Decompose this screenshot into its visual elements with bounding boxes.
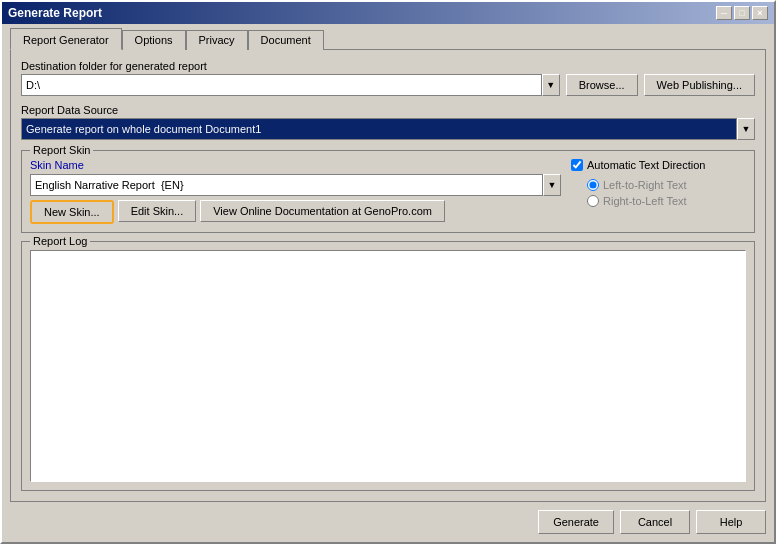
auto-text-direction-label: Automatic Text Direction [587, 159, 705, 171]
bottom-buttons: Generate Cancel Help [10, 502, 766, 534]
title-bar-buttons: ─ □ × [716, 6, 768, 20]
skin-dropdown-arrow[interactable]: ▼ [543, 174, 561, 196]
rtl-label: Right-to-Left Text [603, 195, 687, 207]
tab-document[interactable]: Document [248, 30, 324, 50]
title-bar: Generate Report ─ □ × [2, 2, 774, 24]
skin-name-label: Skin Name [30, 159, 561, 171]
ltr-row: Left-to-Right Text [587, 179, 746, 191]
report-log-area [30, 250, 746, 482]
generate-button[interactable]: Generate [538, 510, 614, 534]
auto-text-direction-row: Automatic Text Direction [571, 159, 746, 171]
help-button[interactable]: Help [696, 510, 766, 534]
tab-options[interactable]: Options [122, 30, 186, 50]
destination-dropdown-wrap: ▼ [21, 74, 560, 96]
destination-group: Destination folder for generated report … [21, 60, 755, 96]
tab-report-generator[interactable]: Report Generator [10, 28, 122, 50]
skin-left: Skin Name ▼ New Skin... Edit Skin... Vie… [30, 159, 561, 224]
main-window: Generate Report ─ □ × Report Generator O… [0, 0, 776, 544]
close-button[interactable]: × [752, 6, 768, 20]
skin-right: Automatic Text Direction Left-to-Right T… [571, 159, 746, 207]
minimize-button[interactable]: ─ [716, 6, 732, 20]
new-skin-button[interactable]: New Skin... [30, 200, 114, 224]
tab-bar: Report Generator Options Privacy Documen… [10, 30, 766, 50]
view-docs-button[interactable]: View Online Documentation at GenoPro.com [200, 200, 445, 222]
data-source-value: Generate report on whole document Docume… [21, 118, 737, 140]
browse-button[interactable]: Browse... [566, 74, 638, 96]
destination-input[interactable] [21, 74, 542, 96]
report-log-group: Report Log [21, 241, 755, 491]
rtl-row: Right-to-Left Text [587, 195, 746, 207]
ltr-radio[interactable] [587, 179, 599, 191]
window-title: Generate Report [8, 6, 102, 20]
destination-row: ▼ Browse... Web Publishing... [21, 74, 755, 96]
ltr-label: Left-to-Right Text [603, 179, 687, 191]
web-publishing-button[interactable]: Web Publishing... [644, 74, 755, 96]
cancel-button[interactable]: Cancel [620, 510, 690, 534]
data-source-dropdown-wrap: Generate report on whole document Docume… [21, 118, 755, 140]
skin-group-title: Report Skin [30, 144, 93, 156]
rtl-radio[interactable] [587, 195, 599, 207]
skin-groupbox: Report Skin Skin Name ▼ New Skin... Edit… [21, 150, 755, 233]
maximize-button[interactable]: □ [734, 6, 750, 20]
destination-label: Destination folder for generated report [21, 60, 755, 72]
tab-privacy[interactable]: Privacy [186, 30, 248, 50]
skin-layout: Skin Name ▼ New Skin... Edit Skin... Vie… [30, 159, 746, 224]
dialog-content: Report Generator Options Privacy Documen… [2, 24, 774, 542]
tab-content: Destination folder for generated report … [10, 49, 766, 502]
skin-name-input[interactable] [30, 174, 543, 196]
data-source-label: Report Data Source [21, 104, 755, 116]
report-log-title: Report Log [30, 235, 90, 247]
skin-dropdown-wrap: ▼ [30, 174, 561, 196]
data-source-dropdown-arrow[interactable]: ▼ [737, 118, 755, 140]
edit-skin-button[interactable]: Edit Skin... [118, 200, 197, 222]
auto-text-direction-checkbox[interactable] [571, 159, 583, 171]
data-source-row: Generate report on whole document Docume… [21, 118, 755, 140]
destination-dropdown-arrow[interactable]: ▼ [542, 74, 560, 96]
data-source-group: Report Data Source Generate report on wh… [21, 104, 755, 140]
skin-buttons-row: New Skin... Edit Skin... View Online Doc… [30, 200, 561, 224]
